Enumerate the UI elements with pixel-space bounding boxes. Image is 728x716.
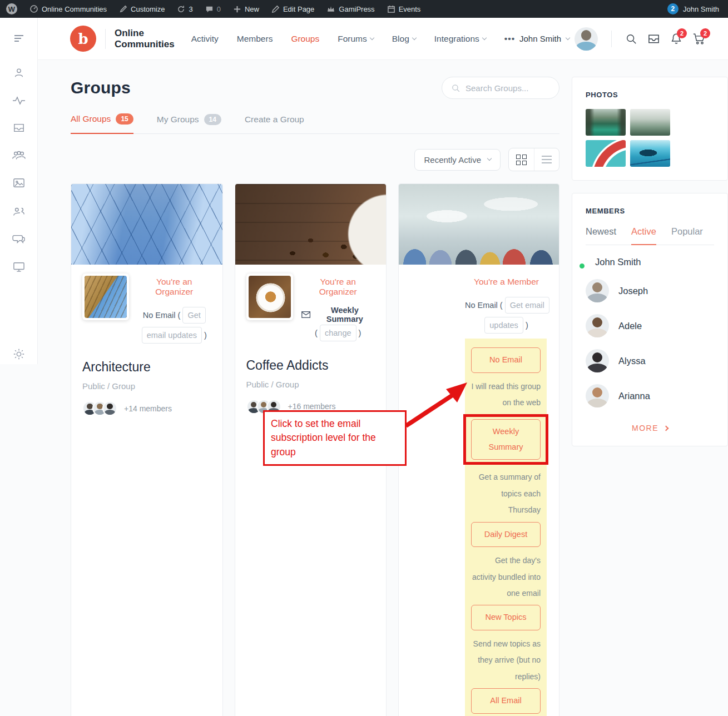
groups-tabs: All Groups 15 My Groups 14 Create a Grou… [71, 113, 559, 134]
nav-integrations[interactable]: Integrations [434, 34, 486, 44]
member-row[interactable]: Joseph [586, 279, 714, 302]
avatar [586, 279, 609, 302]
email-subscription-meta: No Email ( Get email updates ) [137, 306, 211, 345]
brush-icon [119, 5, 127, 13]
gamipress-link[interactable]: GamiPress [320, 0, 380, 18]
member-role-label: You're an Organizer [301, 277, 375, 297]
annotation-highlight-box: Weekly Summary [463, 414, 548, 465]
comments-link[interactable]: 0 [199, 0, 227, 18]
media-icon[interactable] [13, 177, 25, 188]
list-icon [542, 153, 552, 166]
page-content: Groups Search Groups... All Groups 15 My… [38, 60, 728, 716]
display-icon[interactable] [13, 261, 25, 272]
group-card-architecture[interactable]: You're an Organizer No Email ( Get email… [71, 183, 223, 716]
chevron-down-icon [412, 35, 417, 39]
nav-activity[interactable]: Activity [191, 34, 219, 44]
tab-create-group[interactable]: Create a Group [245, 113, 304, 133]
photo-thumbnail-foggy-forest[interactable] [630, 109, 670, 136]
group-name[interactable]: Coffee Addicts [246, 358, 375, 373]
avatar[interactable] [575, 27, 598, 51]
notifications-bell-icon[interactable]: 2 [670, 32, 682, 45]
search-groups-input[interactable]: Search Groups... [442, 77, 559, 99]
photos-widget-title: PHOTOS [586, 91, 714, 99]
group-type: Public / Group [246, 380, 375, 389]
inbox-icon[interactable] [13, 122, 25, 133]
group-avatar[interactable] [246, 274, 293, 320]
group-cover-image [235, 184, 387, 265]
annotation-arrow [404, 381, 469, 429]
settings-gear-icon[interactable] [13, 348, 25, 360]
change-subscription-link[interactable]: change [320, 325, 356, 341]
option-new-topics-button[interactable]: New Topics [471, 605, 541, 630]
activity-icon[interactable] [12, 96, 26, 106]
avatar [586, 314, 609, 337]
member-row[interactable]: Adele [586, 314, 714, 337]
group-cover-image [71, 184, 222, 265]
admin-user-name[interactable]: John Smith [683, 5, 719, 13]
admin-site-link[interactable]: Online Communities [23, 0, 113, 18]
member-row[interactable]: Alyssa [586, 349, 714, 372]
nav-forums[interactable]: Forums [338, 34, 374, 44]
nav-groups[interactable]: Groups [291, 34, 319, 44]
search-icon[interactable] [625, 33, 637, 45]
option-all-email-button[interactable]: All Email [471, 688, 541, 714]
grid-view-button[interactable] [509, 150, 534, 170]
forums-chat-icon[interactable] [12, 233, 26, 245]
option-weekly-summary-button[interactable]: Weekly Summary [471, 419, 541, 460]
site-logo-icon[interactable]: b [70, 26, 96, 52]
all-groups-count-badge: 15 [116, 113, 133, 125]
photo-thumbnail-mountain-lake[interactable] [586, 109, 626, 136]
group-members-row[interactable]: +14 members [82, 401, 211, 416]
wordpress-logo-icon[interactable]: W [0, 0, 23, 18]
admin-user-badge: 2 [667, 3, 679, 14]
email-subscription-dropdown: No Email I will read this group on the w… [465, 339, 547, 716]
divider [611, 31, 612, 47]
member-row[interactable]: Arianna [586, 384, 714, 407]
events-link[interactable]: Events [381, 0, 427, 18]
members-widget-title: MEMBERS [586, 207, 714, 215]
group-avatar[interactable] [82, 274, 129, 320]
nav-blog[interactable]: Blog [392, 34, 416, 44]
new-content-link[interactable]: New [227, 0, 265, 18]
members-tab-active[interactable]: Active [631, 226, 656, 245]
members-tab-newest[interactable]: Newest [586, 226, 616, 245]
sort-dropdown[interactable]: Recently Active [414, 149, 501, 171]
updates-link[interactable]: 3 [171, 0, 199, 18]
group-name[interactable]: Architecture [82, 360, 211, 375]
cart-badge: 2 [700, 28, 710, 38]
menu-toggle-icon[interactable] [12, 33, 26, 44]
edit-page-link[interactable]: Edit Page [265, 0, 320, 18]
search-icon [451, 83, 460, 93]
chevron-right-icon [663, 425, 669, 431]
profile-icon[interactable] [13, 67, 25, 79]
site-logo-text[interactable]: Online Communities [115, 28, 175, 49]
site-header: b Online Communities Activity Members Gr… [38, 18, 728, 60]
header-user-menu[interactable]: John Smith [519, 27, 598, 51]
chevron-down-icon [482, 35, 487, 39]
notifications-badge: 2 [677, 28, 687, 38]
photo-thumbnail-swimmer[interactable] [630, 140, 670, 167]
option-no-email-button[interactable]: No Email [471, 347, 541, 373]
group-card-weekend-outing[interactable]: You're a Member No Email ( Get email upd… [398, 183, 559, 716]
nav-more-ellipsis[interactable]: ••• [504, 34, 515, 44]
tab-all-groups[interactable]: All Groups 15 [71, 113, 133, 134]
page-title: Groups [71, 78, 131, 97]
groups-icon[interactable] [12, 150, 26, 161]
cart-icon[interactable]: 2 [692, 32, 706, 45]
member-row[interactable]: John Smith [586, 257, 714, 267]
customize-link[interactable]: Customize [113, 0, 171, 18]
members-tab-popular[interactable]: Popular [671, 226, 703, 245]
dashboard-icon [29, 4, 38, 13]
connections-icon[interactable] [12, 206, 26, 217]
members-more-link[interactable]: MORE [586, 424, 714, 432]
crown-icon [326, 5, 335, 13]
option-daily-digest-button[interactable]: Daily Digest [471, 522, 541, 548]
list-view-button[interactable] [534, 148, 559, 171]
tab-my-groups[interactable]: My Groups 14 [157, 113, 221, 133]
avatar [586, 349, 609, 372]
chevron-down-icon [487, 156, 492, 161]
nav-members[interactable]: Members [237, 34, 273, 44]
messages-inbox-icon[interactable] [647, 33, 660, 45]
annotation-callout: Click to set the email subscription leve… [263, 410, 407, 466]
photo-thumbnail-bicycle-wheel[interactable] [586, 140, 626, 167]
